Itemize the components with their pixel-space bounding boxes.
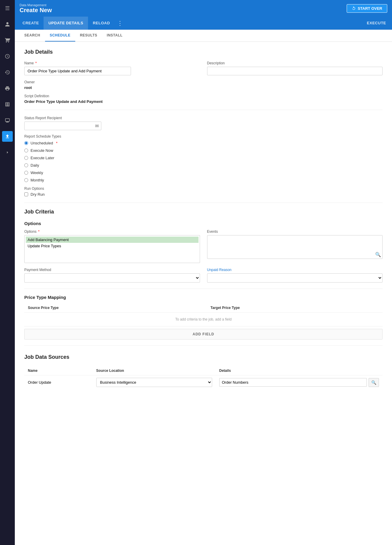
status-input-wrap: ✉ bbox=[24, 122, 101, 130]
price-type-mapping-title: Price Type Mapping bbox=[24, 295, 383, 300]
job-data-sources-title: Job Data Sources bbox=[24, 354, 383, 360]
report-schedule-label: Report Schedule Types bbox=[24, 134, 383, 138]
tab-schedule[interactable]: SCHEDULE bbox=[45, 30, 75, 42]
sidebar: ☰ bbox=[0, 0, 15, 545]
tab-install[interactable]: INSTALL bbox=[102, 30, 127, 42]
payment-method-select[interactable] bbox=[24, 273, 200, 283]
radio-execute-later[interactable]: Execute Later bbox=[24, 156, 383, 160]
details-input-wrap: 🔍 bbox=[219, 378, 379, 387]
user-icon[interactable] bbox=[2, 19, 13, 30]
options-subtitle: Options bbox=[24, 221, 383, 226]
nav-execute[interactable]: EXECUTE bbox=[361, 21, 392, 25]
nav-bar: CREATE UPDATE DETAILS RELOAD ⋮ EXECUTE bbox=[15, 17, 392, 30]
tab-search[interactable]: SEARCH bbox=[20, 30, 45, 42]
name-input[interactable] bbox=[24, 67, 131, 75]
events-box: 🔍 bbox=[207, 235, 383, 259]
ds-name-header: Name bbox=[24, 366, 93, 375]
options-listbox: Add Balancing Payment Update Price Types bbox=[24, 235, 200, 263]
name-required: * bbox=[35, 61, 37, 65]
print-icon[interactable] bbox=[2, 83, 13, 94]
payment-row: Payment Method Unpaid Reason bbox=[24, 268, 383, 283]
payment-method-col: Payment Method bbox=[24, 268, 200, 283]
radio-weekly[interactable]: Weekly bbox=[24, 170, 383, 175]
job-criteria-title: Job Criteria bbox=[24, 209, 383, 215]
cart-icon[interactable] bbox=[2, 35, 13, 46]
history-icon[interactable] bbox=[2, 67, 13, 78]
status-report-block: Status Report Recipient ✉ bbox=[24, 116, 383, 130]
mapping-table: Source Price Type Target Price Type To a… bbox=[24, 303, 383, 326]
events-search-icon[interactable]: 🔍 bbox=[375, 252, 381, 257]
source-price-type-header: Source Price Type bbox=[24, 303, 207, 313]
radio-daily[interactable]: Daily bbox=[24, 163, 383, 168]
unpaid-reason-col: Unpaid Reason bbox=[207, 268, 383, 283]
owner-block: Owner root bbox=[24, 80, 383, 90]
job-details-title: Job Details bbox=[24, 49, 383, 55]
name-label: Name * bbox=[24, 61, 200, 65]
upload-icon[interactable] bbox=[2, 131, 13, 142]
owner-value: root bbox=[24, 85, 383, 90]
name-description-row: Name * Description bbox=[24, 61, 383, 75]
arrow-right-icon[interactable] bbox=[2, 147, 13, 158]
options-select[interactable]: Add Balancing Payment Update Price Types bbox=[25, 235, 200, 263]
radio-unscheduled[interactable]: Unscheduled * bbox=[24, 141, 383, 145]
options-events-row: Options * Add Balancing Payment Update P… bbox=[24, 230, 383, 263]
monitor-icon[interactable] bbox=[2, 115, 13, 126]
report-schedule-block: Report Schedule Types Unscheduled * Exec… bbox=[24, 134, 383, 182]
top-header: Data Management Create New START OVER bbox=[15, 0, 392, 17]
ds-source-location-select[interactable]: Business Intelligence bbox=[96, 378, 212, 387]
mapping-empty-message: To add criteria to the job, add a field bbox=[24, 313, 383, 326]
tab-bar: SEARCH SCHEDULE RESULTS INSTALL bbox=[15, 30, 392, 42]
clock-icon[interactable] bbox=[2, 51, 13, 62]
content-area: Job Details Name * Description Owner roo… bbox=[15, 42, 392, 545]
details-input[interactable] bbox=[219, 378, 367, 387]
add-field-button[interactable]: ADD FIELD bbox=[24, 329, 383, 340]
ds-details-header: Details bbox=[216, 366, 383, 375]
tab-results[interactable]: RESULTS bbox=[75, 30, 102, 42]
table-icon[interactable] bbox=[2, 99, 13, 110]
nav-update-details[interactable]: UPDATE DETAILS bbox=[44, 17, 88, 30]
ds-row-details: 🔍 bbox=[216, 375, 383, 390]
status-report-label: Status Report Recipient bbox=[24, 116, 383, 120]
events-col: Events 🔍 bbox=[207, 230, 383, 263]
run-options-block: Run Options Dry Run bbox=[24, 187, 383, 197]
ds-source-location-header: Source Location bbox=[93, 366, 216, 375]
unpaid-reason-label: Unpaid Reason bbox=[207, 268, 383, 272]
job-data-sources-section: Job Data Sources Name Source Location De… bbox=[24, 354, 383, 389]
script-def-value: Order Price Type Update and Add Payment bbox=[24, 99, 383, 104]
data-sources-table: Name Source Location Details Order Updat… bbox=[24, 366, 383, 389]
menu-icon[interactable]: ☰ bbox=[2, 3, 13, 14]
ds-row-name: Order Update bbox=[24, 375, 93, 390]
table-row: Order Update Business Intelligence 🔍 bbox=[24, 375, 383, 390]
events-col-label: Events bbox=[207, 230, 383, 234]
ds-row-source-location: Business Intelligence bbox=[93, 375, 216, 390]
options-col-label: Options * bbox=[24, 230, 200, 234]
dry-run-checkbox[interactable]: Dry Run bbox=[24, 192, 383, 197]
target-price-type-header: Target Price Type bbox=[207, 303, 383, 313]
details-search-button[interactable]: 🔍 bbox=[369, 378, 379, 387]
radio-monthly[interactable]: Monthly bbox=[24, 178, 383, 182]
mapping-empty-row: To add criteria to the job, add a field bbox=[24, 313, 383, 326]
radio-execute-now[interactable]: Execute Now bbox=[24, 148, 383, 153]
script-def-label: Script Definition bbox=[24, 94, 383, 98]
nav-create[interactable]: CREATE bbox=[18, 17, 44, 30]
description-field-group: Description bbox=[207, 61, 383, 75]
description-label: Description bbox=[207, 61, 383, 65]
description-input[interactable] bbox=[207, 67, 383, 75]
start-over-label: START OVER bbox=[358, 6, 382, 11]
header-subtitle: Data Management bbox=[20, 3, 52, 7]
header-title: Create New bbox=[20, 7, 52, 14]
start-over-button[interactable]: START OVER bbox=[347, 4, 387, 13]
payment-method-label: Payment Method bbox=[24, 268, 200, 272]
owner-label: Owner bbox=[24, 80, 383, 84]
nav-reload[interactable]: RELOAD bbox=[88, 17, 115, 30]
script-def-block: Script Definition Order Price Type Updat… bbox=[24, 94, 383, 104]
schedule-radio-group: Unscheduled * Execute Now Execute Later … bbox=[24, 141, 383, 182]
price-type-mapping-section: Price Type Mapping Source Price Type Tar… bbox=[24, 295, 383, 340]
name-field-group: Name * bbox=[24, 61, 200, 75]
options-col: Options * Add Balancing Payment Update P… bbox=[24, 230, 200, 263]
unpaid-reason-select[interactable] bbox=[207, 273, 383, 283]
status-report-input[interactable] bbox=[24, 122, 101, 130]
nav-more-icon[interactable]: ⋮ bbox=[115, 20, 125, 27]
run-options-label: Run Options bbox=[24, 187, 383, 191]
